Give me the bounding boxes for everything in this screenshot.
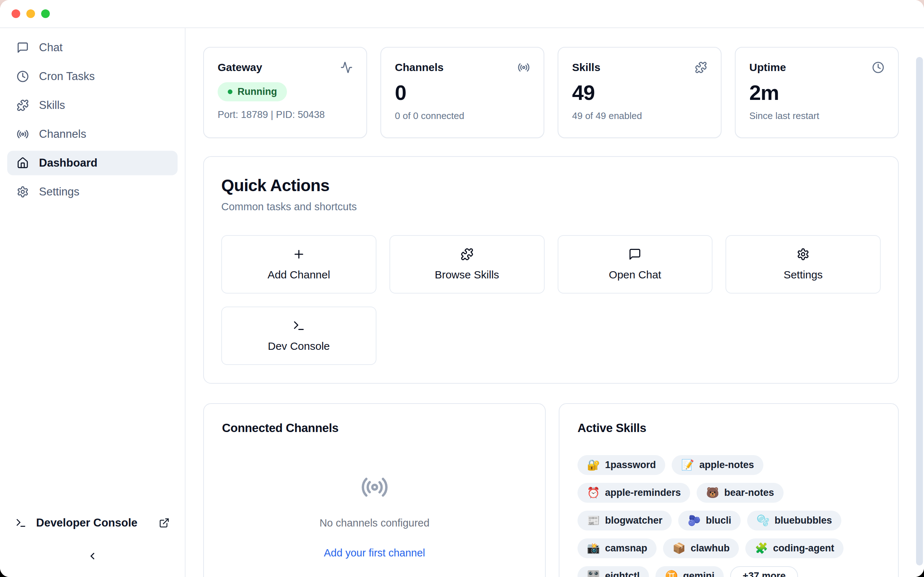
clock-icon [872, 61, 884, 74]
developer-console-link[interactable]: Developer Console [15, 516, 170, 529]
vertical-scrollbar[interactable] [916, 57, 923, 566]
active-skills-panel: Active Skills 🔐1password 📝apple-notes ⏰a… [559, 403, 899, 577]
empty-state-text: No channels configured [320, 517, 430, 529]
button-label: Add Channel [267, 269, 330, 281]
gear-icon [796, 248, 809, 261]
skill-emoji-icon: 🎛️ [587, 571, 600, 577]
close-button[interactable] [11, 10, 20, 18]
skill-name: eightctl [605, 571, 640, 577]
collapse-sidebar-button[interactable] [84, 548, 100, 564]
skill-emoji-icon: 🔐 [587, 460, 600, 470]
status-dot-icon [228, 89, 233, 94]
chevron-left-icon [87, 551, 98, 561]
radio-icon [518, 61, 530, 74]
external-link-icon[interactable] [159, 517, 170, 528]
title-bar [0, 0, 924, 28]
sidebar: Chat Cron Tasks Skills Channels Dashboar… [0, 28, 186, 577]
chat-icon [628, 248, 641, 261]
browse-skills-button[interactable]: Browse Skills [389, 235, 544, 293]
home-icon [16, 157, 29, 169]
active-skills-title: Active Skills [577, 421, 880, 435]
skills-chip-list: 🔐1password 📝apple-notes ⏰apple-reminders… [577, 455, 870, 577]
sidebar-item-label: Dashboard [39, 156, 97, 169]
sidebar-item-dashboard[interactable]: Dashboard [7, 151, 178, 175]
channels-card: Channels 0 0 of 0 connected [380, 47, 544, 138]
clock-icon [16, 70, 29, 82]
skill-chip: 📝apple-notes [672, 455, 763, 475]
open-chat-button[interactable]: Open Chat [558, 235, 713, 293]
sidebar-item-cron-tasks[interactable]: Cron Tasks [7, 64, 178, 89]
skill-name: camsnap [605, 543, 647, 554]
main-content: Gateway Running Port: 18789 | PID: 50438… [186, 28, 924, 577]
skill-name: bluebubbles [775, 515, 832, 526]
skill-chip: 🫧bluebubbles [747, 511, 842, 530]
skill-emoji-icon: 🐻 [706, 488, 719, 498]
radio-icon [360, 473, 389, 501]
skill-emoji-icon: 📸 [587, 543, 600, 554]
status-badge: Running [218, 82, 287, 102]
skill-chip: ♊gemini [656, 566, 724, 577]
settings-button[interactable]: Settings [725, 235, 881, 293]
add-channel-button[interactable]: Add Channel [221, 235, 376, 293]
sidebar-item-skills[interactable]: Skills [7, 93, 178, 118]
skills-detail: 49 of 49 enabled [572, 110, 707, 121]
skill-emoji-icon: 📰 [587, 515, 600, 526]
skill-name: blogwatcher [605, 515, 662, 526]
quick-actions-panel: Quick Actions Common tasks and shortcuts… [203, 156, 899, 384]
puzzle-icon [16, 99, 29, 111]
skill-chip: 🎛️eightctl [577, 566, 649, 577]
skill-name: blucli [706, 515, 731, 526]
status-badge-label: Running [237, 86, 277, 97]
dev-console-button[interactable]: Dev Console [221, 306, 376, 365]
card-title: Gateway [218, 61, 262, 74]
card-title: Uptime [749, 61, 786, 74]
skill-name: clawhub [690, 543, 729, 554]
gear-icon [16, 186, 29, 198]
skill-chip: ⏰apple-reminders [577, 483, 690, 503]
sidebar-item-label: Chat [39, 41, 63, 54]
add-first-channel-link[interactable]: Add your first channel [324, 547, 425, 559]
gateway-card: Gateway Running Port: 18789 | PID: 50438 [203, 47, 367, 138]
button-label: Browse Skills [435, 269, 499, 281]
puzzle-icon [460, 248, 473, 261]
skill-chip: 🫐blucli [678, 511, 741, 530]
channels-count: 0 [395, 82, 530, 103]
skill-chip: 🐻bear-notes [696, 483, 783, 503]
skill-chip: 🔐1password [577, 455, 665, 475]
developer-console-label: Developer Console [36, 516, 159, 529]
skill-emoji-icon: ⏰ [587, 488, 600, 498]
skill-chip: 🧩coding-agent [745, 538, 843, 558]
button-label: Open Chat [609, 269, 661, 281]
skill-chip: 📦clawhub [663, 538, 739, 558]
radio-icon [16, 128, 29, 140]
skill-name: apple-notes [699, 459, 754, 471]
terminal-icon [292, 319, 305, 332]
skill-name: coding-agent [773, 543, 835, 554]
sidebar-item-chat[interactable]: Chat [7, 35, 178, 60]
terminal-icon [15, 517, 27, 529]
uptime-value: 2m [749, 82, 884, 103]
card-title: Channels [395, 61, 444, 74]
card-title: Skills [572, 61, 600, 74]
traffic-lights [11, 10, 50, 18]
skill-chip: 📸camsnap [577, 538, 657, 558]
more-skills-button[interactable]: +37 more [730, 566, 798, 577]
skill-name: 1password [605, 459, 656, 471]
sidebar-item-channels[interactable]: Channels [7, 122, 178, 147]
zoom-button[interactable] [41, 10, 50, 18]
quick-actions-subtitle: Common tasks and shortcuts [221, 201, 881, 213]
chat-icon [16, 42, 29, 54]
skill-emoji-icon: 🫧 [756, 515, 769, 526]
minimize-button[interactable] [26, 10, 35, 18]
skill-emoji-icon: 🧩 [755, 543, 768, 554]
channels-empty-state: No channels configured Add your first ch… [222, 473, 527, 559]
activity-icon [340, 61, 353, 74]
skill-emoji-icon: 🫐 [688, 515, 701, 526]
sidebar-item-label: Cron Tasks [39, 70, 95, 83]
skill-chip: 📰blogwatcher [577, 511, 672, 530]
connected-channels-title: Connected Channels [222, 421, 527, 435]
sidebar-item-settings[interactable]: Settings [7, 180, 178, 204]
puzzle-icon [695, 61, 707, 74]
skill-name: bear-notes [724, 487, 774, 498]
channels-detail: 0 of 0 connected [395, 110, 530, 121]
